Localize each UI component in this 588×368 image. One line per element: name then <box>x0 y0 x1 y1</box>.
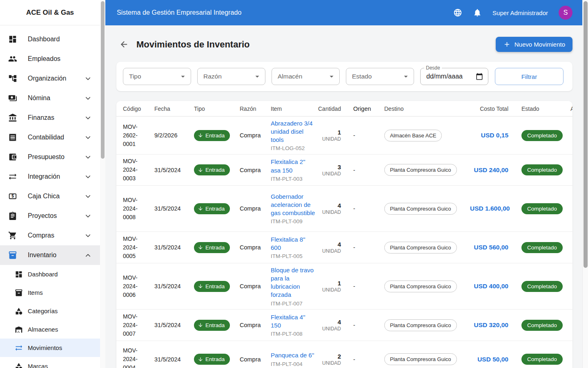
item-link[interactable]: Flexitalica 4" 150 <box>271 313 316 330</box>
sidebar-subitem-label: Dashboard <box>28 271 92 278</box>
almacen-select-label: Almacén <box>278 73 302 80</box>
clipboard-icon <box>8 211 17 220</box>
sidebar-item-organizacion[interactable]: Organización <box>0 69 100 88</box>
sidebar-item-dashboard[interactable]: Dashboard <box>0 29 100 49</box>
razon-select[interactable]: Razón <box>197 68 265 85</box>
sidebar-item-integracion[interactable]: Integración <box>0 167 100 186</box>
item-link[interactable]: Bloque de travo para la lubricacion forz… <box>271 266 316 299</box>
movement-code: MOV-2024-0006 <box>123 274 154 299</box>
item-code: ITM-PLT-003 <box>271 176 316 182</box>
sidebar-item-contabilidad[interactable]: Contabilidad <box>0 128 100 147</box>
movements-table: Código Fecha Tipo Razón Item Cantidad Or… <box>116 101 572 368</box>
sidebar-item-nomina[interactable]: Nómina <box>0 88 100 108</box>
sidebar-subitem-movimientos[interactable]: Movimientos <box>0 339 100 357</box>
movement-status: Completado <box>521 354 570 365</box>
warehouse-icon <box>15 325 23 334</box>
avatar[interactable]: S <box>559 6 572 20</box>
appbar-actions: Super Administrador S <box>453 6 572 20</box>
chevron-down-icon <box>84 212 92 220</box>
destination-chip: Planta Compresora Guico <box>384 164 457 176</box>
movement-item: Flexitalica 8" 600 ITM-PLT-005 <box>271 236 318 260</box>
window-scrollbar[interactable] <box>582 0 588 368</box>
bank-icon <box>8 113 17 122</box>
chevron-down-icon <box>84 75 92 83</box>
movement-origin: - <box>341 205 384 212</box>
movement-status: Completado <box>521 203 570 214</box>
sidebar-item-empleados[interactable]: Empleados <box>0 49 100 69</box>
filtrar-button[interactable]: Filtrar <box>495 68 564 85</box>
movement-cost: USD 240,00 <box>470 166 521 174</box>
sidebar-item-caja-chica[interactable]: Caja Chica <box>0 186 100 206</box>
calendar-icon[interactable] <box>476 73 483 80</box>
window-scrollbar-thumb[interactable] <box>584 1 588 268</box>
column-header-fecha: Fecha <box>154 105 194 112</box>
column-header-destino: Destino <box>384 105 470 112</box>
dropdown-caret-icon <box>401 72 410 81</box>
sidebar-item-inventario[interactable]: Inventario <box>0 245 100 265</box>
movement-date: 31/5/2024 <box>154 356 194 363</box>
chevron-down-icon <box>84 193 92 200</box>
table-row: MOV-2024-0004 31/5/2024 Entrada Compra P… <box>116 341 572 368</box>
movement-code: MOV-2602-0001 <box>123 123 154 148</box>
sidebar-item-label: Finanzas <box>28 114 74 121</box>
column-header-estado: Estado <box>521 105 570 112</box>
movement-quantity: 1 UNIDAD <box>318 129 341 142</box>
item-link[interactable]: Panqueca de 6" <box>271 351 316 359</box>
movement-type: Entrada <box>194 164 240 175</box>
status-badge: Completado <box>521 354 563 365</box>
sidebar-subitem-items[interactable]: Items <box>0 283 100 302</box>
type-badge: Entrada <box>194 354 230 365</box>
new-movement-label: Nuevo Movimiento <box>514 41 565 48</box>
type-badge: Entrada <box>194 281 230 292</box>
item-code: ITM-PLT-007 <box>271 301 316 307</box>
sidebar-subitem-almacenes[interactable]: Almacenes <box>0 320 100 339</box>
back-button[interactable] <box>116 37 131 52</box>
page-content: Movimientos de Inventario Nuevo Movimien… <box>105 25 582 368</box>
tipo-select-label: Tipo <box>129 73 141 80</box>
item-link[interactable]: Flexitalica 8" 600 <box>271 236 316 252</box>
globe-icon[interactable] <box>453 8 462 17</box>
sidebar-item-presupuesto[interactable]: Presupuesto <box>0 147 100 167</box>
table-row: MOV-2024-0005 31/5/2024 Entrada Compra F… <box>116 232 572 263</box>
new-movement-button[interactable]: Nuevo Movimiento <box>496 37 572 52</box>
cart-icon <box>8 231 17 240</box>
movement-item: Bloque de travo para la lubricacion forz… <box>271 266 318 307</box>
estado-select-label: Estado <box>352 73 372 80</box>
sidebar-item-finanzas[interactable]: Finanzas <box>0 108 100 128</box>
bell-icon[interactable] <box>473 8 482 17</box>
type-badge: Entrada <box>194 320 230 331</box>
item-link[interactable]: Abrazadero 3/4 unidad disel tools <box>271 119 316 144</box>
destination-chip: Planta Compresora Guico <box>384 242 457 254</box>
tipo-select[interactable]: Tipo <box>123 68 191 85</box>
sidebar-item-compras[interactable]: Compras <box>0 226 100 245</box>
movement-cost: USD 560,00 <box>470 244 521 251</box>
chevron-down-icon <box>84 94 92 102</box>
estado-select[interactable]: Estado <box>346 68 414 85</box>
movement-item: Abrazadero 3/4 unidad disel tools ITM-LO… <box>271 119 318 152</box>
desde-date-input[interactable]: Desde dd/mm/aaaa <box>420 68 488 85</box>
item-link[interactable]: Gobernador aceleracion de gas combustibl… <box>271 193 316 218</box>
swap-icon <box>15 344 23 352</box>
filters-bar: Tipo Razón Almacén Estado Desde dd <box>116 62 572 91</box>
cash-box-icon <box>8 192 17 201</box>
movement-quantity: 3 UNIDAD <box>318 164 341 177</box>
item-link[interactable]: Flexitalica 2" asa 150 <box>271 158 316 175</box>
sidebar-subitem-categorias[interactable]: Categorías <box>0 302 100 320</box>
sidebar-scrollbar[interactable] <box>100 0 105 368</box>
sidebar-item-proyectos[interactable]: Proyectos <box>0 206 100 226</box>
movement-status: Completado <box>521 320 570 331</box>
sidebar-subitem-dashboard[interactable]: Dashboard <box>0 265 100 283</box>
sidebar-subitem-marcas[interactable]: Marcas <box>0 357 100 368</box>
status-badge: Completado <box>521 281 563 292</box>
inventory-icon <box>15 289 23 297</box>
almacen-select[interactable]: Almacén <box>272 68 340 85</box>
sidebar-subitem-label: Almacenes <box>28 326 92 333</box>
status-badge: Completado <box>521 130 563 141</box>
sidebar-subitem-label: Marcas <box>28 363 92 368</box>
movement-date: 31/5/2024 <box>154 205 194 212</box>
sidebar-scrollbar-thumb[interactable] <box>101 1 105 159</box>
sidebar-subitem-label: Categorías <box>28 307 92 314</box>
movement-item: Gobernador aceleracion de gas combustibl… <box>271 193 318 225</box>
dropdown-caret-icon <box>178 72 187 81</box>
movement-date: 31/5/2024 <box>154 322 194 328</box>
